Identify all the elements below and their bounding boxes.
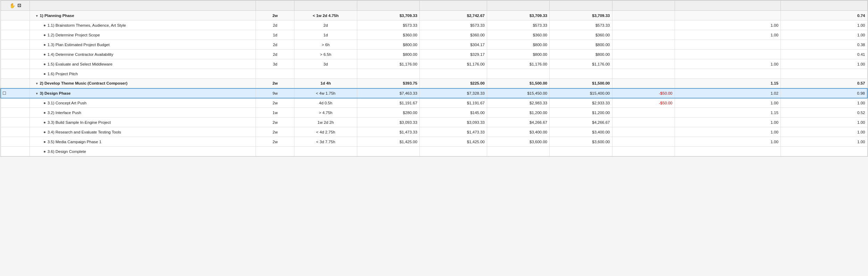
bac-cell [550, 69, 612, 79]
tcpi-cell: 1.15 [675, 108, 781, 118]
eac-cell: $1,200.00 [487, 108, 549, 118]
item-title: 1.5) Evaluate and Select Middleware [48, 62, 112, 66]
eac-cell [487, 69, 549, 79]
acwp-cell [357, 69, 419, 79]
expand-triangle-icon[interactable]: ▼ [35, 92, 39, 95]
vac-cell [612, 69, 675, 79]
tcpi-cell [675, 69, 781, 79]
title-cell: 3.5) Media Campaign Phase 1 [30, 137, 256, 147]
vac-cell [612, 50, 675, 59]
acwp-cell: $3,709.33 [357, 11, 419, 20]
bullet-icon [44, 44, 45, 46]
bac-cell: $1,176.00 [550, 59, 612, 69]
tcpi-cell [675, 147, 781, 156]
acwp-cell: $1,425.00 [357, 137, 419, 147]
bullet-icon [44, 34, 45, 36]
title-cell: 1.6) Project Pitch [30, 69, 256, 79]
title-cell: 3.3) Build Sample In-Engine Project [30, 118, 256, 127]
phase-title: 1) Planning Phase [40, 14, 74, 18]
bullet-icon [44, 102, 45, 104]
effort-header [256, 1, 294, 11]
bullet-icon [44, 25, 45, 26]
cpi-cell: 1.00 [781, 98, 867, 108]
effort-done-cell: 3d [294, 59, 357, 69]
vac-cell [612, 127, 675, 137]
tools-cell [1, 40, 30, 50]
bac-cell [550, 147, 612, 156]
bcwp-cell: $329.17 [419, 50, 487, 59]
hand-icon[interactable]: ✋ [9, 2, 15, 9]
eac-cell: $800.00 [487, 40, 549, 50]
bcwp-cell: $304.17 [419, 40, 487, 50]
title-cell: ▼3) Design Phase [30, 88, 256, 98]
phase-title: 3) Design Phase [40, 91, 71, 95]
bcwp-cell: $360.00 [419, 30, 487, 40]
bcwp-cell: $573.33 [419, 20, 487, 30]
effort-cell: 2d [256, 40, 294, 50]
vac-cell: -$50.00 [612, 98, 675, 108]
tcpi-header [675, 1, 781, 11]
effort-cell: 9w [256, 88, 294, 98]
checkbox-icon[interactable]: ☐ [2, 91, 6, 96]
tcpi-cell [675, 11, 781, 20]
bac-cell: $1,200.00 [550, 108, 612, 118]
effort-cell: 2w [256, 127, 294, 137]
title-cell: 3.6) Design Complete [30, 147, 256, 156]
effort-cell: 2w [256, 11, 294, 20]
acwp-cell: $360.00 [357, 30, 419, 40]
vac-cell [612, 20, 675, 30]
tools-cell [1, 127, 30, 137]
tools-cell [1, 79, 30, 88]
bcwp-cell: $1,191.67 [419, 98, 487, 108]
expand-triangle-icon[interactable]: ▼ [35, 82, 39, 85]
effort-done-cell [294, 69, 357, 79]
effort-done-cell [294, 147, 357, 156]
vac-cell [612, 11, 675, 20]
acwp-cell [357, 147, 419, 156]
effort-done-header [294, 1, 357, 11]
bcwp-cell: $2,742.67 [419, 11, 487, 20]
eac-cell: $3,709.33 [487, 11, 549, 20]
bac-cell: $573.33 [550, 20, 612, 30]
tools-cell [1, 59, 30, 69]
bac-header [550, 1, 612, 11]
bullet-icon [44, 54, 45, 55]
eac-cell: $3,600.00 [487, 137, 549, 147]
title-cell: 1.1) Brainstorm Themes, Audience, Art St… [30, 20, 256, 30]
effort-done-cell: > 6.5h [294, 50, 357, 59]
effort-cell: 1d [256, 30, 294, 40]
effort-cell: 2w [256, 79, 294, 88]
vac-cell [612, 118, 675, 127]
eac-header [487, 1, 549, 11]
eac-cell: $800.00 [487, 50, 549, 59]
bcwp-cell [419, 147, 487, 156]
tcpi-cell: 1.00 [675, 127, 781, 137]
eac-cell: $4,266.67 [487, 118, 549, 127]
bullet-icon [44, 131, 45, 133]
tools-header: ✋ ⊡ [1, 1, 30, 11]
bac-cell: $2,933.33 [550, 98, 612, 108]
tools-cell [1, 137, 30, 147]
title-cell: ▼2) Develop Theme Music (Contract Compos… [30, 79, 256, 88]
tcpi-cell: 1.00 [675, 118, 781, 127]
eac-cell: $1,176.00 [487, 59, 549, 69]
expand-triangle-icon[interactable]: ▼ [35, 14, 39, 18]
bcwp-cell: $145.00 [419, 108, 487, 118]
item-title: 1.6) Project Pitch [48, 72, 78, 76]
copy-icon[interactable]: ⊡ [17, 3, 21, 9]
cpi-cell: 1.00 [781, 20, 867, 30]
cpi-cell: 0.41 [781, 50, 867, 59]
effort-done-cell: > 6h [294, 40, 357, 50]
tools-cell [1, 108, 30, 118]
item-title: 3.4) Research and Evaluate Testing Tools [48, 130, 121, 134]
tcpi-cell: 1.00 [675, 98, 781, 108]
acwp-cell: $573.33 [357, 20, 419, 30]
tools-cell [1, 30, 30, 40]
vac-cell [612, 108, 675, 118]
bullet-icon [44, 73, 45, 75]
item-title: 1.4) Determine Contractor Availability [48, 52, 114, 57]
acwp-cell: $280.00 [357, 108, 419, 118]
tcpi-cell: 1.15 [675, 79, 781, 88]
tcpi-cell: 1.00 [675, 137, 781, 147]
eac-cell: $360.00 [487, 30, 549, 40]
